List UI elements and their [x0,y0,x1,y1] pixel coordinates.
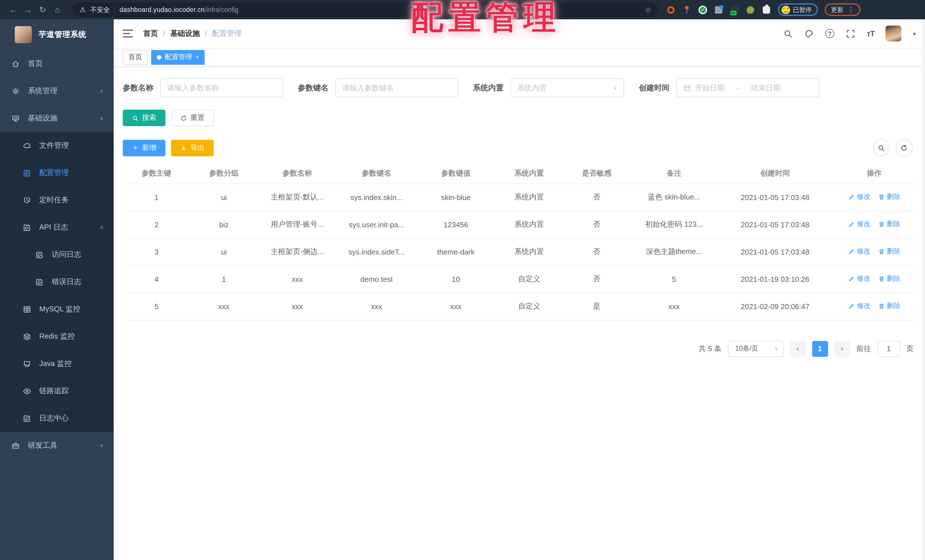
page-size-select[interactable]: 10条/页 ∨ [728,341,783,357]
breadcrumb-home[interactable]: 首页 [143,29,158,39]
param-key-input-wrap [335,78,458,97]
extension-cn-icon[interactable]: cn [730,5,740,15]
github-icon[interactable] [804,29,814,38]
sidebar-item-label: MySQL 监控 [39,304,80,314]
top-navbar: 首页 / 基础设施 / 配置管理 ? тT ▾ [114,19,925,48]
sidebar-item-infra[interactable]: 基础设施 ∧ [0,105,114,132]
fullscreen-icon[interactable] [846,29,856,38]
calendar-icon [683,84,691,92]
briefcase-icon [11,441,20,450]
edit-link[interactable]: 修改 [848,274,871,284]
next-page-button[interactable]: › [834,341,850,357]
refresh-table-button[interactable] [895,139,913,156]
cell-actions: 修改 删除 [833,184,916,211]
address-bar[interactable]: ⚠ 不安全 dashboard.yudao.iocoder.cn/infra/c… [73,2,658,17]
add-button[interactable]: 新增 [123,140,166,156]
toggle-search-button[interactable] [873,139,890,156]
bookmark-star-icon[interactable]: ☆ [645,5,651,14]
page-number-1[interactable]: 1 [812,341,828,357]
paused-badge[interactable]: 已暂停 [778,3,818,16]
cell-key: sys.index.sideT... [337,238,416,265]
home-icon[interactable]: ⌂ [50,2,65,17]
avatar[interactable] [886,26,902,42]
log-icon [23,223,31,232]
pagination: 共 5 条 10条/页 ∨ ‹ 1 › 前往 页 [123,341,916,357]
search-button[interactable]: 搜索 [123,110,166,126]
goto-page-input[interactable] [877,341,900,357]
extension-pin-icon[interactable]: 📍 [682,5,692,15]
sidebar-item-access-log[interactable]: 访问日志 [0,241,114,268]
prev-page-button[interactable]: ‹ [790,341,806,357]
active-dot [157,55,161,59]
cell-id: 3 [123,238,190,265]
extensions-puzzle-icon[interactable] [762,5,771,15]
sidebar-item-log-center[interactable]: 日志中心 [0,405,114,432]
reload-icon[interactable]: ↻ [35,2,50,17]
sidebar-item-trace[interactable]: 链路追踪 [0,377,114,405]
cell-create-time: 2021-01-05 17:03:48 [717,211,833,238]
delete-link[interactable]: 删除 [878,301,900,311]
sidebar-item-home[interactable]: 首页 [0,50,114,77]
chevron-up-icon: ∧ [100,115,104,121]
sidebar-item-label: 访问日志 [52,250,81,260]
cell-key: sys.user.init-pa... [337,211,416,238]
forward-icon[interactable]: → [21,2,35,17]
edit-link[interactable]: 修改 [848,247,871,257]
date-range-picker[interactable]: 开始日期 - 结束日期 [676,78,820,97]
cn-badge: cn [730,11,736,15]
extensions-row: 📍 ✓ cn [666,5,771,15]
export-button[interactable]: 导出 [171,140,214,156]
trash-icon [878,221,885,228]
sidebar-item-error-log[interactable]: 错误日志 [0,268,114,295]
sidebar-item-redis[interactable]: Redis 监控 [0,323,114,350]
font-size-icon[interactable]: тT [867,29,874,38]
tab-home[interactable]: 首页 [123,50,148,65]
extension-leaf-icon[interactable] [746,5,755,15]
search-icon [132,114,139,121]
back-icon[interactable]: ← [6,2,21,17]
delete-link[interactable]: 删除 [878,192,900,202]
url-text[interactable]: dashboard.yudao.iocoder.cn/infra/config [120,6,238,13]
delete-link[interactable]: 删除 [878,220,900,229]
tab-config[interactable]: 配置管理 × [151,50,205,65]
sidebar-item-config[interactable]: 配置管理 [0,159,114,187]
export-button-label: 导出 [190,143,205,152]
breadcrumb-separator: / [205,29,207,38]
scrollbar[interactable] [922,19,925,560]
update-button[interactable]: 更新 ⋮ [825,3,860,16]
breadcrumb-infra[interactable]: 基础设施 [170,29,200,39]
col-header: 参数键值 [416,163,496,184]
edit-link[interactable]: 修改 [848,192,871,202]
sidebar-logo-row[interactable]: 芋道管理系统 [0,19,114,50]
edit-link[interactable]: 修改 [848,220,871,229]
chevron-down-icon[interactable]: ▾ [913,30,916,37]
sidebar-item-mysql[interactable]: MySQL 监控 [0,295,114,323]
edit-link[interactable]: 修改 [848,301,871,311]
col-header: 参数键名 [337,163,416,184]
date-end-placeholder: 结束日期 [751,83,780,93]
extension-donut-icon[interactable] [666,5,676,15]
help-icon[interactable]: ? [825,29,835,38]
sidebar-item-devtools[interactable]: 研发工具 ∨ [0,432,114,459]
sidebar-item-file[interactable]: 文件管理 [0,132,114,159]
hamburger-icon[interactable] [123,30,133,38]
extension-grid-icon[interactable] [714,5,723,15]
browser-menu-icon[interactable]: ⋮ [847,6,854,14]
sidebar-item-java[interactable]: Java 监控 [0,350,114,377]
trash-icon [878,303,885,310]
sidebar-item-api-log[interactable]: API 日志 ∧ [0,214,114,241]
sidebar-item-system[interactable]: 系统管理 ∨ [0,77,114,105]
param-key-input[interactable] [342,84,451,92]
sidebar-item-job[interactable]: 定时任务 [0,187,114,214]
extension-check-icon[interactable]: ✓ [698,5,708,15]
table-header-row: 参数主键 参数分组 参数名称 参数键名 参数键值 系统内置 是否敏感 备注 创建… [123,163,916,184]
delete-link[interactable]: 删除 [878,247,900,257]
close-icon[interactable]: × [196,54,199,60]
reset-button[interactable]: 重置 [171,110,214,126]
security-warning-icon[interactable]: ⚠ [80,6,86,14]
delete-link[interactable]: 删除 [878,274,900,284]
builtin-select[interactable]: 系统内置 ∨ [511,78,624,97]
search-icon[interactable] [783,29,793,38]
edit-square-icon [23,169,31,177]
param-name-input[interactable] [167,84,276,92]
